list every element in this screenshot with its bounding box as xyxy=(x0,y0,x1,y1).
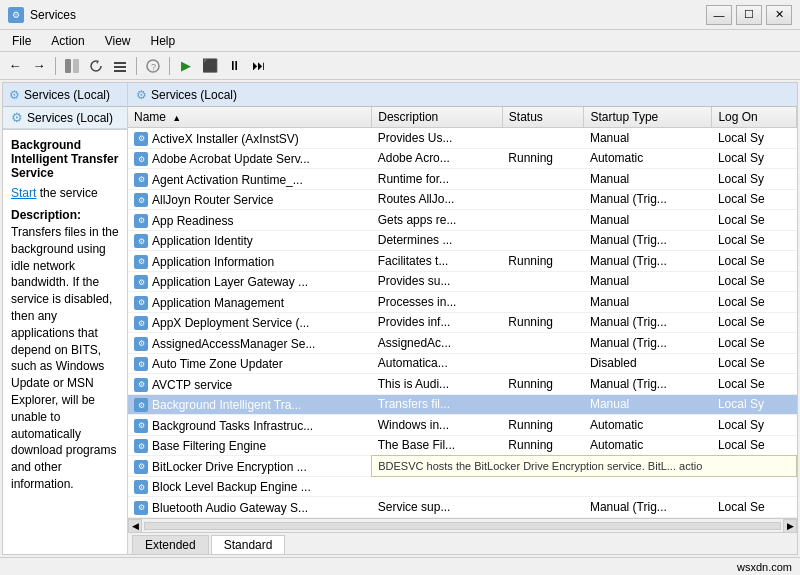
status-text: wsxdn.com xyxy=(737,561,792,573)
table-row[interactable]: ⚙ Base Filtering Engine The Base Fil... … xyxy=(128,435,797,456)
menu-view[interactable]: View xyxy=(97,32,139,50)
table-row[interactable]: ⚙ AllJoyn Router Service Routes AllJo...… xyxy=(128,189,797,210)
service-name-text: AllJoyn Router Service xyxy=(152,193,273,207)
service-icon: ⚙ xyxy=(134,214,148,228)
forward-button[interactable]: → xyxy=(28,55,50,77)
scrollbar-track xyxy=(144,522,781,530)
tree-item-label: Services (Local) xyxy=(27,111,113,125)
cell-description: The Base Fil... xyxy=(372,435,503,456)
cell-startup: Manual (Trig... xyxy=(584,333,712,354)
cell-startup: Manual xyxy=(584,128,712,149)
menu-help[interactable]: Help xyxy=(143,32,184,50)
table-row[interactable]: ⚙ Application Management Processes in...… xyxy=(128,292,797,313)
services-header: ⚙ Services (Local) xyxy=(128,83,797,107)
service-name-text: App Readiness xyxy=(152,214,233,228)
cell-status xyxy=(502,394,584,415)
start-service-button[interactable]: ▶ xyxy=(175,55,197,77)
menu-file[interactable]: File xyxy=(4,32,39,50)
svg-rect-2 xyxy=(114,62,126,64)
cell-description: AssignedAc... xyxy=(372,333,503,354)
cell-logon: Local Se xyxy=(712,312,797,333)
help-button[interactable]: ? xyxy=(142,55,164,77)
service-description-panel: Background Intelligent Transfer Service … xyxy=(3,129,127,554)
table-row[interactable]: ⚙ Application Layer Gateway ... Provides… xyxy=(128,271,797,292)
resume-service-button[interactable]: ⏭ xyxy=(247,55,269,77)
table-row[interactable]: ⚙ Background Intelligent Tra... Transfer… xyxy=(128,394,797,415)
cell-logon: Local Sy xyxy=(712,394,797,415)
col-log-on[interactable]: Log On xyxy=(712,107,797,128)
service-name-text: Application Identity xyxy=(152,234,253,248)
service-icon: ⚙ xyxy=(134,378,148,392)
cell-name: ⚙ Block Level Backup Engine ... xyxy=(128,476,372,497)
service-name-text: Application Information xyxy=(152,255,274,269)
stop-service-button[interactable]: ⬛ xyxy=(199,55,221,77)
cell-status xyxy=(502,476,584,497)
cell-name: ⚙ Application Information xyxy=(128,251,372,272)
service-icon: ⚙ xyxy=(134,234,148,248)
table-row[interactable]: ⚙ App Readiness Gets apps re... Manual L… xyxy=(128,210,797,231)
left-panel-icon: ⚙ xyxy=(9,88,20,102)
service-icon: ⚙ xyxy=(134,173,148,187)
tab-extended[interactable]: Extended xyxy=(132,535,209,554)
table-row[interactable]: ⚙ Application Information Facilitates t.… xyxy=(128,251,797,272)
service-name-text: Adobe Acrobat Update Serv... xyxy=(152,152,310,166)
cell-status xyxy=(502,497,584,518)
tab-standard[interactable]: Standard xyxy=(211,535,286,554)
service-icon: ⚙ xyxy=(134,193,148,207)
status-bar: wsxdn.com xyxy=(0,557,800,575)
cell-startup: Manual (Trig... xyxy=(584,251,712,272)
tree-item-icon: ⚙ xyxy=(11,110,23,125)
menu-action[interactable]: Action xyxy=(43,32,92,50)
cell-logon: Local Se xyxy=(712,230,797,251)
cell-logon: Local Se xyxy=(712,271,797,292)
svg-rect-4 xyxy=(114,70,126,72)
table-row[interactable]: ⚙ Bluetooth Audio Gateway S... Service s… xyxy=(128,497,797,518)
pause-service-button[interactable]: ⏸ xyxy=(223,55,245,77)
table-row[interactable]: ⚙ Auto Time Zone Updater Automatica... D… xyxy=(128,353,797,374)
table-row[interactable]: ⚙ ActiveX Installer (AxInstSV) Provides … xyxy=(128,128,797,149)
table-row[interactable]: ⚙ AppX Deployment Service (... Provides … xyxy=(128,312,797,333)
table-row[interactable]: ⚙ Adobe Acrobat Update Serv... Adobe Acr… xyxy=(128,148,797,169)
back-button[interactable]: ← xyxy=(4,55,26,77)
table-row[interactable]: ⚙ Background Tasks Infrastruc... Windows… xyxy=(128,415,797,436)
separator-3 xyxy=(169,57,170,75)
col-description[interactable]: Description xyxy=(372,107,503,128)
sidebar-tree-item[interactable]: ⚙ Services (Local) xyxy=(3,107,127,129)
cell-startup: Manual (Trig... xyxy=(584,230,712,251)
cell-name: ⚙ AVCTP service xyxy=(128,374,372,395)
table-row[interactable]: ⚙ Block Level Backup Engine ... xyxy=(128,476,797,497)
cell-name: ⚙ Application Layer Gateway ... xyxy=(128,271,372,292)
service-name-text: AssignedAccessManager Se... xyxy=(152,337,315,351)
close-button[interactable]: ✕ xyxy=(766,5,792,25)
maximize-button[interactable]: ☐ xyxy=(736,5,762,25)
app-icon: ⚙ xyxy=(8,7,24,23)
services-table[interactable]: Name ▲ Description Status Startup Type L… xyxy=(128,107,797,518)
table-row[interactable]: ⚙ AVCTP service This is Audi... Running … xyxy=(128,374,797,395)
col-startup-type[interactable]: Startup Type xyxy=(584,107,712,128)
cell-startup: Manual xyxy=(584,292,712,313)
cell-name: ⚙ BitLocker Drive Encryption ... xyxy=(128,456,372,477)
scroll-left-btn[interactable]: ◀ xyxy=(128,519,142,533)
title-bar-controls: — ☐ ✕ xyxy=(706,5,792,25)
cell-name: ⚙ Background Intelligent Tra... xyxy=(128,394,372,415)
export-button[interactable] xyxy=(109,55,131,77)
refresh-button[interactable] xyxy=(85,55,107,77)
scroll-right-btn[interactable]: ▶ xyxy=(783,519,797,533)
cell-startup: Manual xyxy=(584,169,712,190)
cell-startup: Manual xyxy=(584,210,712,231)
col-name[interactable]: Name ▲ xyxy=(128,107,372,128)
cell-description: This is Audi... xyxy=(372,374,503,395)
horizontal-scrollbar[interactable]: ◀ ▶ xyxy=(128,518,797,532)
show-hide-console-button[interactable] xyxy=(61,55,83,77)
table-row[interactable]: ⚙ Application Identity Determines ... Ma… xyxy=(128,230,797,251)
cell-description: Routes AllJo... xyxy=(372,189,503,210)
service-name-text: AVCTP service xyxy=(152,378,232,392)
cell-startup: Manual (Trig... xyxy=(584,312,712,333)
minimize-button[interactable]: — xyxy=(706,5,732,25)
table-row[interactable]: ⚙ BitLocker Drive Encryption ... BDESVC … xyxy=(128,456,797,477)
start-service-link[interactable]: Start xyxy=(11,186,36,200)
table-row[interactable]: ⚙ AssignedAccessManager Se... AssignedAc… xyxy=(128,333,797,354)
cell-startup: Manual (Trig... xyxy=(584,374,712,395)
col-status[interactable]: Status xyxy=(502,107,584,128)
table-row[interactable]: ⚙ Agent Activation Runtime_... Runtime f… xyxy=(128,169,797,190)
